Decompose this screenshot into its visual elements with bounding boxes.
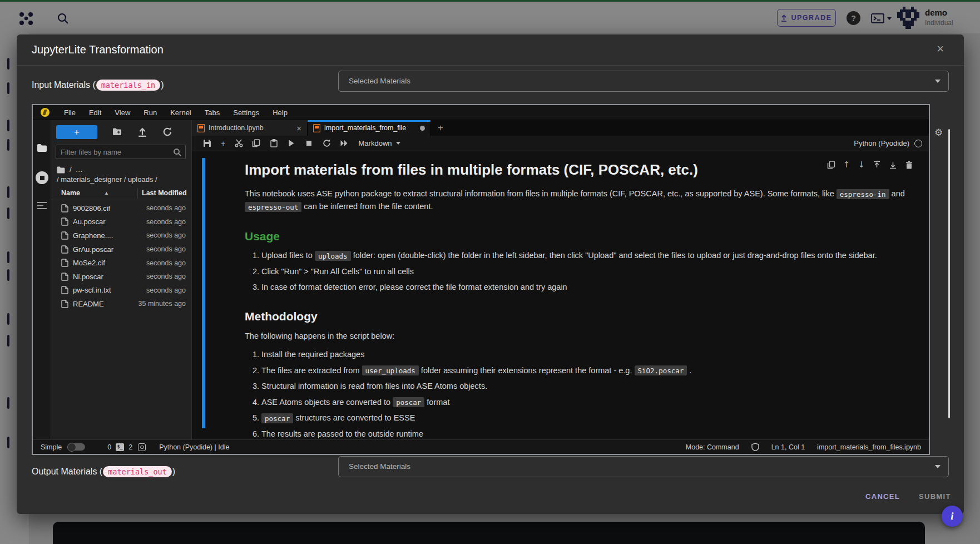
file-browser-panel: + <box>51 120 192 439</box>
tab-import-materials[interactable]: import_materials_from_file <box>308 120 431 136</box>
kernels-count[interactable]: 2 <box>128 443 132 451</box>
file-row[interactable]: Ni.poscarseconds ago <box>51 270 191 284</box>
breadcrumb-root-sep: / <box>70 165 72 175</box>
jupyter-dock-rail <box>33 120 51 439</box>
save-icon[interactable] <box>203 139 211 147</box>
delete-cell-icon[interactable] <box>905 161 913 169</box>
home-folder-icon[interactable] <box>57 166 66 174</box>
list-item: Install the required packages <box>261 349 919 360</box>
running-kernels-tab-icon[interactable] <box>36 171 48 184</box>
close-icon[interactable]: × <box>937 43 944 55</box>
text-run: The following happens in the script belo… <box>245 332 394 340</box>
input-materials-select[interactable]: Selected Materials <box>338 71 949 92</box>
file-list: 9002806.cifseconds agoAu.poscarseconds a… <box>51 201 191 439</box>
jupyterlite-logo-icon <box>41 108 50 117</box>
jupyter-statusbar: Simple 0 $_ 2 Python (Pyodide) | Idle Mo… <box>33 439 929 454</box>
file-modified: seconds ago <box>146 286 186 294</box>
menu-item-file[interactable]: File <box>57 108 82 117</box>
output-label-suffix: ) <box>172 467 175 477</box>
restart-run-all-icon[interactable] <box>340 139 348 147</box>
cut-cells-icon[interactable] <box>235 139 243 147</box>
simple-mode-toggle[interactable] <box>67 443 85 451</box>
breadcrumb-ellipsis[interactable]: … <box>76 165 83 175</box>
chevron-down-icon <box>396 142 400 145</box>
file-row[interactable]: Au.poscarseconds ago <box>51 215 191 229</box>
dialog-header: JupyterLite Transformation × <box>17 34 964 66</box>
menu-item-edit[interactable]: Edit <box>82 108 108 117</box>
dialog-title: JupyterLite Transformation <box>32 43 164 56</box>
insert-cell-above-icon[interactable] <box>873 161 881 169</box>
sort-ascending-icon[interactable]: ▲ <box>104 190 109 196</box>
active-cell-indicator <box>202 158 205 428</box>
file-icon <box>61 245 68 254</box>
file-row[interactable]: pw-scf.in.txtseconds ago <box>51 284 191 298</box>
file-browser-tab-icon[interactable] <box>37 144 47 152</box>
move-cell-down-icon[interactable]: ↓ <box>858 161 865 169</box>
kernel-status-text[interactable]: Python (Pyodide) | Idle <box>159 443 229 451</box>
inline-code: espresso-in <box>837 189 889 199</box>
file-row[interactable]: MoSe2.cifseconds ago <box>51 256 191 270</box>
cancel-button[interactable]: CANCEL <box>865 492 900 501</box>
output-materials-select[interactable]: Selected Materials <box>338 456 949 477</box>
notebook-content: Import materials from files in multiple … <box>245 161 919 439</box>
output-materials-badge: materials_out <box>103 466 172 477</box>
paste-cells-icon[interactable] <box>270 139 278 147</box>
tab-close-icon[interactable]: × <box>296 123 301 133</box>
notebook-scroll-area[interactable]: ↑ ↓ Import materials <box>192 151 929 439</box>
menu-item-tabs[interactable]: Tabs <box>198 108 226 117</box>
insert-cell-below-icon[interactable] <box>889 161 897 169</box>
duplicate-cell-icon[interactable] <box>827 161 835 169</box>
new-tab-button[interactable]: + <box>431 120 450 136</box>
kernel-name[interactable]: Python (Pyodide) <box>854 139 909 147</box>
run-cell-icon[interactable] <box>287 139 295 147</box>
table-of-contents-tab-icon[interactable] <box>37 201 47 210</box>
menu-item-kernel[interactable]: Kernel <box>164 108 198 117</box>
new-folder-icon[interactable] <box>112 127 122 137</box>
restart-kernel-icon[interactable] <box>323 139 331 147</box>
cursor-position[interactable]: Ln 1, Col 1 <box>771 443 805 451</box>
text-run: and <box>889 189 905 198</box>
insert-cell-icon[interactable]: + <box>221 140 225 147</box>
inline-code: poscar <box>393 397 424 407</box>
file-modified: seconds ago <box>146 245 186 253</box>
file-row[interactable]: GrAu.poscarseconds ago <box>51 243 191 256</box>
text-run: Usage <box>245 230 280 243</box>
menu-item-help[interactable]: Help <box>266 108 294 117</box>
file-row[interactable]: README35 minutes ago <box>51 297 191 311</box>
list-item: In case of format detection error, pleas… <box>261 281 919 293</box>
refresh-icon[interactable] <box>162 127 172 137</box>
submit-button[interactable]: SUBMIT <box>919 492 951 501</box>
upload-icon[interactable] <box>137 127 147 137</box>
jupyterlite-frame: FileEditViewRunKernelTabsSettingsHelp + <box>32 104 930 455</box>
markdown-h2: Usage <box>245 230 919 243</box>
text-run: folder: open (double-click) the folder i… <box>351 251 877 260</box>
tab-introduction[interactable]: Introduction.ipynb × <box>192 120 308 136</box>
file-browser-toolbar: + <box>56 125 186 139</box>
unsaved-changes-dot <box>420 126 425 131</box>
kernel-status-icon[interactable] <box>914 140 922 147</box>
terminals-count[interactable]: 0 <box>107 443 111 451</box>
column-name[interactable]: Name <box>61 189 80 197</box>
file-row[interactable]: Graphene....seconds ago <box>51 229 191 243</box>
statusbar-filename[interactable]: import_materials_from_files.ipynb <box>817 443 921 451</box>
cell-type-dropdown[interactable]: Markdown <box>359 139 400 147</box>
output-label-prefix: Output Materials ( <box>32 467 102 477</box>
file-row[interactable]: 9002806.cifseconds ago <box>51 201 191 215</box>
interrupt-kernel-icon[interactable] <box>305 139 313 147</box>
gear-icon[interactable]: ⚙ <box>934 128 944 138</box>
dialog-scrollbar[interactable] <box>948 129 950 418</box>
new-launcher-button[interactable]: + <box>56 125 97 139</box>
info-fab[interactable]: i <box>942 506 963 527</box>
menu-item-view[interactable]: View <box>108 108 137 117</box>
text-run: Structural information is read from file… <box>261 382 487 390</box>
copy-cells-icon[interactable] <box>252 139 260 147</box>
notebook-mode[interactable]: Mode: Command <box>686 443 739 451</box>
menu-item-run[interactable]: Run <box>137 108 164 117</box>
list-item: The results are passed to the outside ru… <box>261 428 919 440</box>
column-last-modified[interactable]: Last Modified <box>142 189 187 197</box>
breadcrumb-path[interactable]: / materials_designer / uploads / <box>57 175 188 185</box>
file-filter-input[interactable] <box>56 148 173 156</box>
menu-item-settings[interactable]: Settings <box>226 108 266 117</box>
move-cell-up-icon[interactable]: ↑ <box>843 161 850 169</box>
jupyter-menubar: FileEditViewRunKernelTabsSettingsHelp <box>33 105 929 120</box>
